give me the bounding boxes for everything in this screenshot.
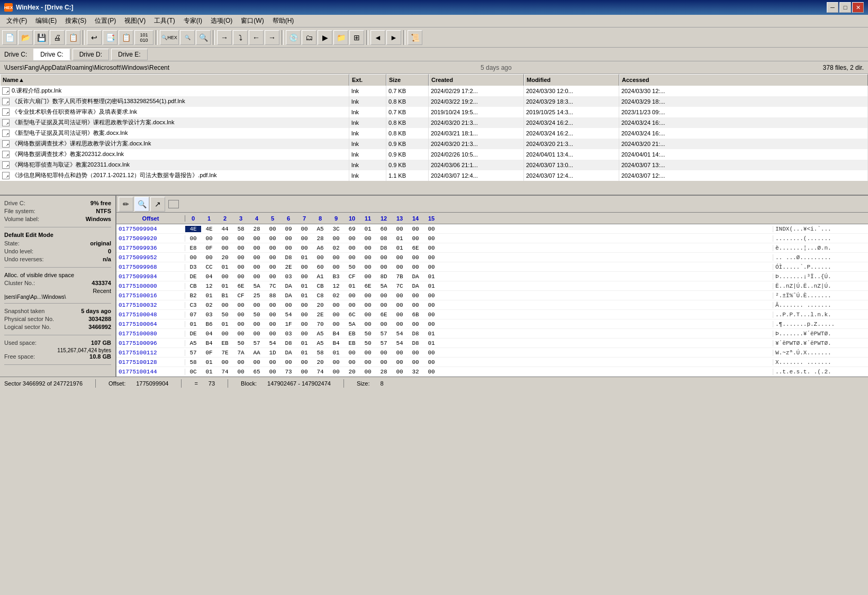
hex-byte-3[interactable]: 7A <box>233 350 249 356</box>
hex-byte-8[interactable]: 70 <box>312 321 328 327</box>
col-name-header[interactable]: Name ▲ <box>0 74 349 86</box>
hex-byte-13[interactable]: 7C <box>392 283 408 289</box>
view-next-button[interactable]: ► <box>386 30 401 45</box>
hex-byte-12[interactable]: 57 <box>376 340 392 346</box>
hex-byte-6[interactable]: DA <box>281 350 296 356</box>
hex-byte-8[interactable]: 28 <box>312 235 328 242</box>
hex-byte-12[interactable]: 00 <box>376 350 392 356</box>
undo-button[interactable]: ↩ <box>87 30 102 45</box>
hex-byte-7[interactable]: 00 <box>296 359 312 365</box>
hex-byte-11[interactable]: 00 <box>360 312 376 318</box>
restore-button[interactable]: □ <box>839 2 851 13</box>
hex-byte-10[interactable]: 00 <box>344 245 360 251</box>
hex-byte-6[interactable]: 00 <box>281 302 296 308</box>
hex-byte-1[interactable]: CC <box>201 264 217 270</box>
hex-byte-0[interactable]: D3 <box>185 264 201 270</box>
hex-byte-10[interactable]: 01 <box>344 283 360 289</box>
file-row[interactable]: 《新型电子证据及其司法证明》课程思政教学设计方案.docx.lnk lnk 0.… <box>0 117 868 128</box>
hex-byte-2[interactable]: 00 <box>217 273 233 280</box>
hex-byte-0[interactable]: 00 <box>185 254 201 261</box>
hex-byte-14[interactable]: 00 <box>408 302 423 308</box>
hex-byte-0[interactable]: 4E <box>185 226 201 232</box>
hex-byte-15[interactable]: 01 <box>423 273 439 280</box>
hex-byte-6[interactable]: 1F <box>281 321 296 327</box>
windows-button[interactable]: ⊞ <box>349 30 364 45</box>
hex-byte-12[interactable]: 00 <box>376 264 392 270</box>
hex-byte-10[interactable]: 69 <box>344 226 360 232</box>
hex-byte-1[interactable]: 00 <box>201 235 217 242</box>
hex-byte-15[interactable]: 00 <box>423 369 439 375</box>
hex-byte-1[interactable]: 0F <box>201 245 217 251</box>
hex-byte-13[interactable]: 00 <box>392 321 408 327</box>
hex-byte-13[interactable]: 54 <box>392 331 408 337</box>
hex-byte-12[interactable]: 00 <box>376 292 392 299</box>
hex-byte-13[interactable]: 00 <box>392 312 408 318</box>
col-created-header[interactable]: Created <box>429 74 524 86</box>
hex-byte-0[interactable]: A5 <box>185 340 201 346</box>
hex-byte-3[interactable]: 6E <box>233 283 249 289</box>
menu-tools[interactable]: 工具(T) <box>150 15 179 26</box>
hex-byte-15[interactable]: 01 <box>423 283 439 289</box>
hex-byte-2[interactable]: 00 <box>217 359 233 365</box>
hex-byte-15[interactable]: 01 <box>423 331 439 337</box>
hex-byte-6[interactable]: 00 <box>281 359 296 365</box>
hex-data-row[interactable]: 01775099984DE04000000000300A1B3CF008D7BD… <box>116 272 868 281</box>
hex-data-row[interactable]: 0177510006401B6010000001F0070005A0000000… <box>116 319 868 329</box>
hex-byte-4[interactable]: 00 <box>249 245 265 251</box>
hex-byte-14[interactable]: 00 <box>408 292 423 299</box>
hex-byte-6[interactable]: 09 <box>281 226 296 232</box>
hex-byte-5[interactable]: 00 <box>265 359 281 365</box>
hex-byte-6[interactable]: 00 <box>281 245 296 251</box>
hex-byte-4[interactable]: 00 <box>249 302 265 308</box>
hex-byte-9[interactable]: 00 <box>328 359 344 365</box>
hex-byte-13[interactable]: 00 <box>392 254 408 261</box>
hex-byte-6[interactable]: 2E <box>281 264 296 270</box>
hex-byte-4[interactable]: AA <box>249 350 265 356</box>
hex-byte-4[interactable]: 00 <box>249 331 265 337</box>
print-button[interactable]: 🖨 <box>50 30 65 45</box>
hex-byte-9[interactable]: 00 <box>328 235 344 242</box>
hex-byte-6[interactable]: 54 <box>281 312 296 318</box>
menu-view[interactable]: 视图(V) <box>120 15 150 26</box>
hex-byte-0[interactable]: DE <box>185 331 201 337</box>
menu-help[interactable]: 帮助(H) <box>268 15 299 26</box>
hex-byte-3[interactable]: 00 <box>233 273 249 280</box>
hex-byte-11[interactable]: 00 <box>360 350 376 356</box>
hex-data-row[interactable]: 01775100032C3020000000000002000000000000… <box>116 300 868 310</box>
hex-byte-3[interactable]: 00 <box>233 359 249 365</box>
hex-byte-0[interactable]: 0C <box>185 369 201 375</box>
hex-byte-8[interactable]: A1 <box>312 273 328 280</box>
hex-byte-11[interactable]: 00 <box>360 302 376 308</box>
hex-byte-14[interactable]: 6E <box>408 245 423 251</box>
hex-byte-3[interactable]: 00 <box>233 312 249 318</box>
hex-byte-5[interactable]: 00 <box>265 254 281 261</box>
hex-byte-1[interactable]: 01 <box>201 359 217 365</box>
hex-byte-1[interactable]: 4E <box>201 226 217 232</box>
hex-byte-4[interactable]: 00 <box>249 359 265 365</box>
view-prev-button[interactable]: ◄ <box>370 30 385 45</box>
hex-byte-12[interactable]: 6E <box>376 312 392 318</box>
hex-byte-2[interactable]: 00 <box>217 331 233 337</box>
hex-byte-12[interactable]: 00 <box>376 359 392 365</box>
hex-byte-12[interactable]: 5A <box>376 283 392 289</box>
hex-byte-9[interactable]: B3 <box>328 273 344 280</box>
hex-data-row[interactable]: 0177509992000000000000000002800000008010… <box>116 234 868 243</box>
hex-byte-4[interactable]: 57 <box>249 340 265 346</box>
hex-byte-14[interactable]: 00 <box>408 226 423 232</box>
hex-byte-12[interactable]: 8D <box>376 273 392 280</box>
hex-byte-11[interactable]: 00 <box>360 254 376 261</box>
hex-byte-11[interactable]: 00 <box>360 369 376 375</box>
hex-byte-2[interactable]: 50 <box>217 312 233 318</box>
menu-search[interactable]: 搜索(S) <box>61 15 91 26</box>
hex-data-row[interactable]: 017750999044E4E445828000900A53C690160000… <box>116 224 868 234</box>
drive-e-tab[interactable]: Drive E: <box>111 49 148 60</box>
hex-byte-0[interactable]: E8 <box>185 245 201 251</box>
hex-byte-9[interactable]: B4 <box>328 331 344 337</box>
col-size-header[interactable]: Size <box>386 74 429 86</box>
hex-byte-8[interactable]: CB <box>312 283 328 289</box>
hex-byte-7[interactable]: 00 <box>296 235 312 242</box>
hex-byte-15[interactable]: 00 <box>423 302 439 308</box>
hex-byte-0[interactable]: 58 <box>185 359 201 365</box>
hex-byte-5[interactable]: 00 <box>265 302 281 308</box>
hex-byte-11[interactable]: 01 <box>360 226 376 232</box>
